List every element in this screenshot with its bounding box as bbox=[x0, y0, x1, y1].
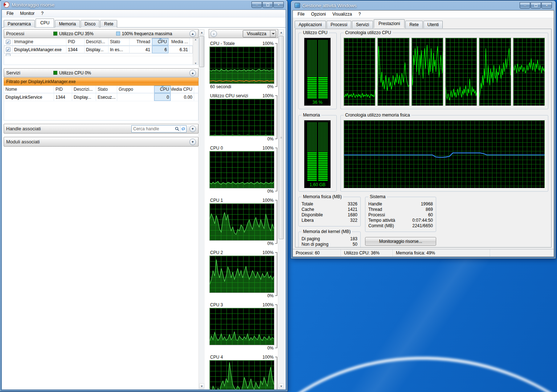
visualizza-button[interactable]: Visualizza bbox=[243, 30, 276, 37]
col-cpu-sorted[interactable]: CPU bbox=[152, 38, 169, 45]
cpu-meter-title: Utilizzo CPU bbox=[302, 30, 329, 35]
graphs-scrollbar[interactable]: ▲ ≡ ▼ bbox=[278, 29, 284, 389]
memory-history-chart bbox=[344, 121, 545, 188]
menu-monitor[interactable]: Monitor bbox=[17, 10, 38, 17]
close-button[interactable]: × bbox=[541, 2, 552, 9]
col-thread[interactable]: Thread bbox=[130, 38, 152, 45]
scroll-down-button[interactable]: ▼ bbox=[199, 383, 204, 389]
tab-memoria[interactable]: Memoria bbox=[55, 20, 80, 28]
processi-table-scrollbar[interactable]: ▲ ▼ bbox=[193, 38, 198, 65]
processi-table-header[interactable]: ✓ Immagine PID Descrizi... Stato Thread … bbox=[4, 38, 193, 46]
col-immagine[interactable]: Immagine bbox=[13, 38, 66, 45]
info-row: Commit (MB)2241/6650 bbox=[368, 223, 433, 229]
col-pid[interactable]: PID bbox=[66, 38, 85, 45]
max-frequency-legend-label: 100% frequenza massima bbox=[122, 31, 172, 36]
cell-media: 6.31 bbox=[169, 46, 190, 53]
graph-cpu3: CPU 3100% 0% bbox=[209, 302, 277, 351]
servizi-section-header[interactable]: Servizi Utilizzo CPU 0% ▲ bbox=[4, 68, 198, 77]
tab-rete[interactable]: Rete bbox=[405, 21, 422, 28]
tab-servizi[interactable]: Servizi bbox=[352, 21, 373, 28]
resize-grip[interactable] bbox=[490, 249, 554, 257]
info-value: 2241/6650 bbox=[412, 223, 433, 229]
graph-min-label: 0% bbox=[267, 346, 274, 351]
collapse-graphs-button[interactable]: › bbox=[210, 30, 217, 37]
cpu-usage-legend-label: Utilizzo CPU 35% bbox=[59, 31, 94, 36]
collapse-servizi-button[interactable]: ▲ bbox=[189, 70, 196, 76]
rm-titlebar[interactable]: Monitoraggio risorse – × bbox=[1, 0, 286, 9]
menu-visualizza[interactable]: Visualizza bbox=[329, 11, 355, 17]
tab-applicazioni[interactable]: Applicazioni bbox=[295, 21, 326, 28]
graph-min-label: 0% bbox=[267, 241, 274, 246]
tab-disco[interactable]: Disco bbox=[81, 20, 99, 28]
processi-section-header[interactable]: Processi Utilizzo CPU 35% 100% frequenza… bbox=[4, 29, 198, 38]
refresh-icon[interactable] bbox=[180, 126, 186, 132]
close-button[interactable]: × bbox=[273, 1, 284, 8]
monitoraggio-risorse-button[interactable]: Monitoraggio risorse... bbox=[365, 237, 436, 246]
maximize-button[interactable] bbox=[262, 1, 273, 8]
servizi-cpu-legend: Utilizzo CPU 0% bbox=[53, 70, 91, 75]
filter-banner[interactable]: Filtrato per DisplayLinkManager.exe bbox=[4, 78, 198, 86]
expand-moduli-button[interactable]: ▼ bbox=[189, 139, 196, 145]
col-descrizione[interactable]: Descrizi... bbox=[72, 86, 96, 93]
servizi-title: Servizi bbox=[6, 70, 50, 75]
col-pid[interactable]: PID bbox=[54, 86, 72, 93]
col-nome[interactable]: Nome bbox=[4, 86, 54, 93]
menu-help[interactable]: ? bbox=[38, 10, 47, 17]
scroll-down-icon[interactable]: ▼ bbox=[194, 62, 197, 65]
search-icon[interactable] bbox=[174, 126, 180, 132]
menu-file[interactable]: File bbox=[3, 10, 17, 17]
info-value: 869 bbox=[426, 207, 433, 212]
col-media-cpu[interactable]: Media CPU bbox=[171, 86, 194, 93]
tab-utenti[interactable]: Utenti bbox=[423, 21, 443, 28]
scroll-down-button[interactable]: ▼ bbox=[279, 383, 284, 389]
scroll-up-icon[interactable]: ▲ bbox=[194, 38, 197, 41]
collapse-processi-button[interactable]: ▲ bbox=[189, 30, 196, 37]
col-cpu-sorted[interactable]: CPU bbox=[154, 86, 171, 93]
info-value: 3326 bbox=[348, 201, 357, 207]
maximize-button[interactable] bbox=[531, 2, 541, 9]
col-descrizione[interactable]: Descrizi... bbox=[85, 38, 108, 45]
tab-processi[interactable]: Processi bbox=[327, 21, 351, 28]
col-stato[interactable]: Stato bbox=[108, 38, 130, 45]
handle-search-input[interactable] bbox=[132, 126, 174, 131]
cell-stato: Esecuz... bbox=[96, 93, 117, 101]
meter-dim-segment bbox=[307, 122, 317, 152]
col-media-cpu[interactable]: Media ... bbox=[169, 38, 190, 45]
tab-prestazioni[interactable]: Prestazioni bbox=[374, 19, 405, 28]
memory-history-groupbox: Cronologia utilizzo memoria fisica bbox=[340, 115, 548, 192]
tab-rete[interactable]: Rete bbox=[100, 20, 117, 28]
info-label: Tempo attività bbox=[368, 218, 395, 223]
process-row-displaylinkmanager[interactable]: ✓ DisplayLinkManager.exe 1344 Display...… bbox=[4, 46, 193, 54]
cpu-usage-meter: 36 % bbox=[304, 38, 331, 106]
select-all-checkbox[interactable]: ✓ bbox=[6, 40, 11, 44]
service-row-displaylinkservice[interactable]: DisplayLinkService 1344 Display... Esecu… bbox=[4, 93, 198, 101]
scroll-up-button[interactable]: ▲ bbox=[199, 29, 204, 35]
cpu4-chart bbox=[210, 360, 274, 389]
graph-title: CPU 2 bbox=[210, 250, 223, 255]
tm-titlebar[interactable]: Gestione attività Windows – × bbox=[292, 1, 554, 10]
graph-title: Utilizzo CPU servizi bbox=[210, 93, 248, 98]
scrollbar-thumb[interactable] bbox=[199, 36, 204, 67]
main-pane-scrollbar[interactable]: ▲ ▼ bbox=[198, 29, 205, 389]
graphs-panel-header: › Visualizza bbox=[209, 29, 278, 38]
minimize-button[interactable]: – bbox=[520, 2, 530, 9]
menu-opzioni[interactable]: Opzioni bbox=[308, 11, 329, 17]
minimize-button[interactable]: – bbox=[251, 1, 262, 8]
moduli-associati-bar[interactable]: Moduli associati ▼ bbox=[4, 137, 198, 147]
expand-handle-button[interactable]: ▼ bbox=[189, 126, 196, 132]
visualizza-dropdown-arrow[interactable] bbox=[270, 30, 276, 37]
col-stato[interactable]: Stato bbox=[96, 86, 117, 93]
graph-max-label: 100% bbox=[262, 302, 274, 307]
scrollbar-thumb[interactable]: ≡ bbox=[279, 36, 284, 239]
menu-help[interactable]: ? bbox=[355, 11, 364, 17]
servizi-table-header[interactable]: Nome PID Descrizi... Stato Gruppo CPU Me… bbox=[4, 86, 198, 93]
tab-panoramica[interactable]: Panoramica bbox=[4, 20, 35, 28]
green-legend-icon bbox=[53, 32, 57, 36]
col-gruppo[interactable]: Gruppo bbox=[117, 86, 154, 93]
tab-cpu[interactable]: CPU bbox=[36, 19, 54, 27]
scroll-up-button[interactable]: ▲ bbox=[279, 29, 284, 35]
menu-file[interactable]: File bbox=[294, 11, 308, 17]
row-checkbox[interactable]: ✓ bbox=[6, 47, 11, 52]
handle-associati-bar[interactable]: Handle associati ▼ bbox=[4, 124, 198, 134]
info-label: Di paging bbox=[302, 236, 320, 242]
